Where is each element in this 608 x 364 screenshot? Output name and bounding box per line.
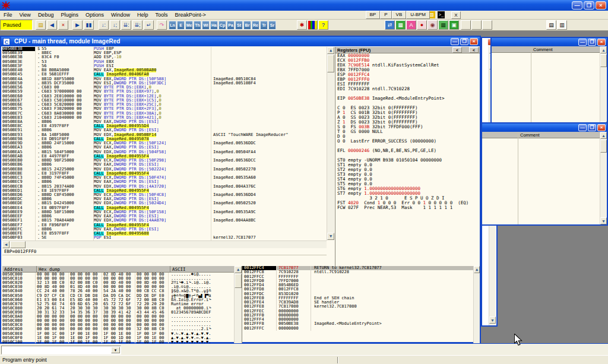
dump-header-address[interactable]: Address bbox=[2, 266, 37, 272]
scroll-thumb[interactable] bbox=[327, 55, 334, 72]
combo-dropdown-icon[interactable]: ▼ bbox=[111, 347, 120, 353]
collapse-left-icon[interactable]: < bbox=[452, 47, 462, 53]
window-button-ha[interactable]: Ha bbox=[210, 21, 218, 30]
dump-scrollbar[interactable]: ▲ bbox=[234, 266, 242, 344]
disassembly-pane[interactable]: 0050BE38$55PUSH EBP0050BE39.8BECMOV EBP,… bbox=[2, 47, 327, 240]
scroll-up-icon[interactable]: ▲ bbox=[235, 266, 242, 273]
stack-row[interactable]: 0012FFFC00000000 bbox=[242, 327, 473, 331]
panel-scrollbar[interactable]: ▲ ▼ bbox=[600, 132, 607, 224]
disasm-row[interactable]: 0050BE67.C683 C5010000 00MOV BYTE PTR DS… bbox=[2, 99, 327, 103]
minimize-button[interactable]: — bbox=[451, 38, 459, 45]
disasm-row[interactable]: 0050BEAB.E8 4497F8FFCALL ImageRed.004955… bbox=[2, 154, 327, 159]
disasm-row[interactable]: 0050BECB.8B15 20374A00MOV EDX,DWORD PTR … bbox=[2, 185, 327, 189]
scroll-down-icon[interactable]: ▼ bbox=[327, 233, 334, 240]
plugin-button-vb[interactable]: VB bbox=[392, 11, 407, 19]
disasm-row[interactable]: 0050BEBE.E8 3197F8FFCALL ImageRed.004955… bbox=[2, 172, 327, 176]
collapse-left-icon[interactable]: < bbox=[469, 47, 479, 53]
window-button-e[interactable]: E bbox=[177, 21, 185, 30]
disasm-row[interactable]: 0050BEFC.8B06MOV EAX,DWORD PTR DS:[ESI] bbox=[2, 227, 327, 232]
menu-view[interactable]: View bbox=[16, 11, 34, 18]
stack-pane[interactable]: 0012FFC47C817077RETURN to kernel32.7C817… bbox=[242, 266, 473, 344]
scroll-down-icon[interactable]: ▼ bbox=[489, 316, 496, 324]
menu-file[interactable]: File bbox=[0, 11, 16, 18]
appearance-icon[interactable]: ▉ bbox=[308, 20, 318, 30]
disasm-row[interactable]: 0050BEEF.8B06MOV EAX,DWORD PTR DS:[ESI] bbox=[2, 214, 327, 219]
disasm-row[interactable]: 0050BE50.8B35 DCF35000MOV ESI,DWORD PTR … bbox=[2, 81, 327, 86]
window-button-th[interactable]: Th bbox=[194, 21, 201, 30]
close-button[interactable]: × bbox=[597, 124, 606, 131]
register-line[interactable]: EFL 00000246 (NO,NB,E,BE,NS,PE,GE,LE) bbox=[335, 148, 480, 153]
stack-row[interactable]: 0012FFE0FFFFFFFFEnd of SEH chain bbox=[242, 296, 473, 300]
stack-row[interactable]: 0012FFD48054B6ED bbox=[242, 283, 473, 287]
cpu-window-titlebar[interactable]: C CPU - main thread, module ImageRed — ❐… bbox=[1, 37, 480, 46]
window-button-tr[interactable]: Tr bbox=[260, 21, 268, 30]
disasm-row[interactable]: 0050BEB6.8B06MOV EAX,DWORD PTR DS:[ESI] bbox=[2, 163, 327, 167]
stack-row[interactable]: 0012FFEC00000000 bbox=[242, 309, 473, 314]
scroll-thumb[interactable] bbox=[600, 140, 607, 153]
scroll-thumb[interactable] bbox=[235, 274, 242, 288]
disasm-row[interactable]: 0050BEDC.8B06MOV EAX,DWORD PTR DS:[ESI] bbox=[2, 197, 327, 201]
console-icon[interactable]: >_ bbox=[438, 11, 445, 18]
menu-help[interactable]: Help bbox=[134, 11, 152, 18]
trace-spiral-icon[interactable]: ◉ bbox=[428, 20, 438, 30]
command-combobox[interactable]: ▼ bbox=[1, 346, 121, 354]
close-program-icon[interactable]: × bbox=[58, 20, 68, 30]
disasm-row[interactable]: 0050BE75.C683 F3020000 00MOV BYTE PTR DS… bbox=[2, 107, 327, 111]
menu-plugins[interactable]: Plugins bbox=[57, 11, 82, 18]
scroll-left-icon[interactable]: ◀ bbox=[2, 241, 10, 248]
step-into-icon[interactable]: ↓: bbox=[99, 20, 109, 30]
disasm-row[interactable]: 0050BE9D.8B0D 24F15000MOV ECX,DWORD PTR … bbox=[2, 141, 327, 145]
dump-header-ascii[interactable]: ASCII bbox=[170, 266, 242, 272]
dump-header-hex[interactable]: Hex dump bbox=[37, 266, 170, 272]
animate-over-icon[interactable]: ⇊; bbox=[132, 20, 142, 30]
goto-icon[interactable]: ↷ bbox=[157, 20, 167, 30]
disasm-row[interactable]: 0050BED1.E8 1E97F8FFCALL ImageRed.004955… bbox=[2, 189, 327, 193]
window-button-wi[interactable]: Wi bbox=[202, 21, 210, 30]
stack-row[interactable]: 0012FFD80012FFC8 bbox=[242, 287, 473, 292]
restore-button[interactable]: ❐ bbox=[588, 124, 596, 131]
window-button-sr[interactable]: Sr bbox=[268, 21, 276, 30]
register-line[interactable]: O 0 LastErr ERROR_SUCCESS (00000000) bbox=[335, 139, 480, 144]
disasm-row[interactable]: 0050BE3E.53PUSH EBX bbox=[2, 60, 327, 64]
disasm-row[interactable]: 0050BE45.E8 56B1EFFFCALL ImageRed.00406F… bbox=[2, 72, 327, 77]
disasm-row[interactable]: 0050BE3B.83C4 F0ADD ESP,-10 bbox=[2, 55, 327, 59]
disasm-row[interactable]: 0050BE3F.56PUSH ESI bbox=[2, 64, 327, 68]
disasm-row[interactable]: 0050BEF7.E8 F896F8FFCALL ImageRed.004955… bbox=[2, 223, 327, 227]
panel-scrollbar[interactable]: ▲ ▼ bbox=[600, 46, 607, 128]
column-header[interactable] bbox=[482, 132, 518, 138]
register-line[interactable]: EIP 0050BE38 ImageRed.<ModuleEntryPoint> bbox=[335, 96, 480, 101]
comment-column-header[interactable]: Comment bbox=[531, 46, 600, 53]
column-header[interactable] bbox=[492, 46, 531, 53]
menu-options[interactable]: Options bbox=[82, 11, 107, 18]
disasm-row[interactable]: 0050BE60.C683 2E010000 00MOV BYTE PTR DS… bbox=[2, 94, 327, 99]
disasm-row[interactable]: 0050BE56.C603 00MOV BYTE PTR DS:[EBX],0 bbox=[2, 86, 327, 90]
swap-arrows-icon[interactable]: ⇄ bbox=[385, 20, 395, 30]
options-gear-icon[interactable]: ✱ bbox=[297, 20, 307, 30]
disasm-row[interactable]: 0050BEA3.8B06MOV EAX,DWORD PTR DS:[ESI] bbox=[2, 145, 327, 150]
stack-row[interactable]: 0012FFF000000000 bbox=[242, 314, 473, 318]
stack-row[interactable]: 0012FFC47C817077RETURN to kernel32.7C817… bbox=[242, 266, 473, 270]
disasm-row[interactable]: 0050BE8C.E8 4397F8FFCALL ImageRed.004955… bbox=[2, 124, 327, 128]
plugin-button-p[interactable]: P bbox=[380, 11, 391, 19]
disasm-row[interactable]: 0050BEB0.8B0D 98F25000MOV ECX,DWORD PTR … bbox=[2, 159, 327, 163]
window-cascade-icon[interactable]: ▥ bbox=[557, 20, 567, 30]
dump-pane[interactable]: 0050C00000 00 00 0000 00 00 0002 8D 40 0… bbox=[2, 273, 234, 344]
restart-icon[interactable]: ◀ bbox=[47, 20, 57, 30]
close-button[interactable]: × bbox=[596, 1, 606, 10]
comment-panel-1-titlebar[interactable]: — ❐ × bbox=[492, 38, 607, 46]
disasm-row[interactable]: 0050BE39.8BECMOV EBP,ESP bbox=[2, 51, 327, 55]
run-icon[interactable]: ▶ bbox=[72, 20, 83, 30]
stack-scrollbar[interactable]: ▲ bbox=[473, 266, 480, 344]
restore-button[interactable]: ❐ bbox=[588, 39, 596, 46]
comment-column-header[interactable]: Comment bbox=[518, 132, 600, 138]
window-button-pa[interactable]: Pa bbox=[227, 21, 235, 30]
disasm-row[interactable]: 0050BE6E.C683 5C020000 00MOV BYTE PTR DS… bbox=[2, 103, 327, 107]
breakpoint-ball-icon[interactable]: ● bbox=[417, 20, 427, 30]
disasm-row[interactable]: 0050BE83.C683 21040000 00MOV BYTE PTR DS… bbox=[2, 116, 327, 120]
scroll-down-icon[interactable]: ▼ bbox=[600, 217, 607, 224]
disasm-row[interactable]: 0050BEC9.8B06MOV EAX,DWORD PTR DS:[ESI] bbox=[2, 180, 327, 184]
restore-button[interactable]: ❐ bbox=[584, 1, 594, 10]
stack-row[interactable]: 0012FFE47C839AD8SE handler bbox=[242, 300, 473, 305]
disasm-row[interactable]: 0050BF03.5EPOP ESIkernel32.7C817077 bbox=[2, 236, 327, 240]
stack-row[interactable]: 0012FFDC853D1020 bbox=[242, 292, 473, 296]
